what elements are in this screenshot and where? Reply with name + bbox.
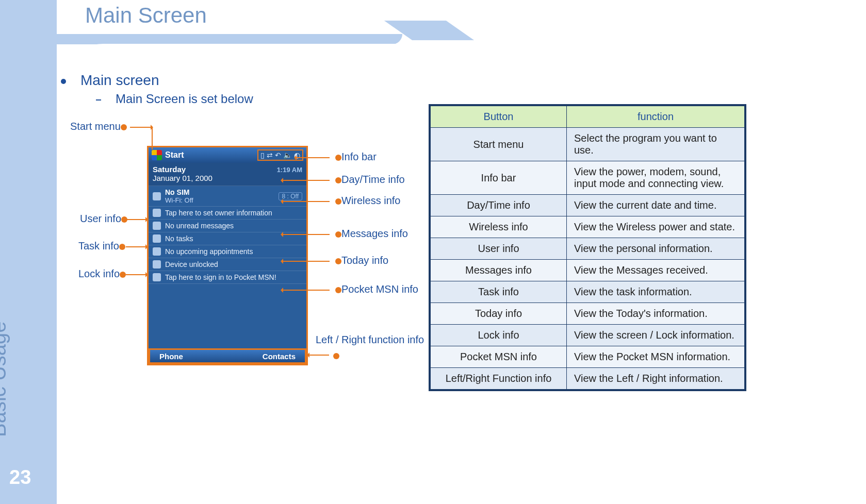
phone-appt: No upcoming appointments — [165, 247, 253, 256]
phone-msn: Tap here to sign in to Pocket MSN! — [165, 273, 276, 281]
cell-function: View the task information. — [567, 281, 745, 303]
phone-day: Saturday — [153, 165, 213, 174]
cell-function: Select the program you want to use. — [567, 128, 745, 161]
conn-msn — [282, 290, 330, 291]
ann-user-info: User info — [80, 213, 133, 225]
table-row: Today infoView the Today's information. — [431, 303, 745, 325]
dot-icon — [120, 272, 126, 278]
phone-wifi: Wi-Fi: Off — [165, 196, 193, 204]
phone-left-soft: Phone — [159, 352, 183, 361]
phone-start-label: Start — [165, 150, 184, 160]
ann-wireless-text: Wireless info — [341, 195, 400, 206]
page-title: Main Screen — [85, 3, 207, 28]
ann-daytime: Day/Time info — [330, 174, 405, 186]
phone-footer: Phone Contacts — [149, 348, 306, 364]
ann-daytime-text: Day/Time info — [341, 174, 405, 185]
title-decor-1 — [57, 34, 402, 44]
calendar-icon — [153, 247, 161, 256]
phone-sim: No SIM — [165, 188, 193, 196]
cell-button: Task info — [431, 281, 567, 303]
ann-start-menu: Start menu — [70, 121, 132, 132]
phone-screenshot: Start ▯ ⇄ ↶ 🔈 ◐ Saturday January 01, 200… — [147, 146, 308, 365]
phone-right-soft: Contacts — [263, 352, 296, 361]
table-row: Lock infoView the screen / Lock informat… — [431, 325, 745, 346]
cell-button: Start menu — [431, 128, 567, 161]
phone-time: 1:19 AM — [277, 166, 302, 174]
phone-messages-row: No unread messages — [149, 220, 306, 232]
table-row: Wireless infoView the Wireless power and… — [431, 216, 745, 238]
phone-lock: Device unlocked — [165, 260, 218, 268]
bullet-dash-icon — [96, 99, 101, 100]
cell-button: Left/Right Function info — [431, 368, 567, 390]
ann-pocketmsn-text: Pocket MSN info — [341, 283, 418, 295]
ann-footer: Left / Right function info — [316, 334, 424, 346]
table-row: Task infoView the task information. — [431, 281, 745, 303]
function-table: Button function Start menuSelect the pro… — [430, 106, 745, 390]
cell-function: View the power, modem, sound, input mode… — [567, 161, 745, 195]
phone-owner: Tap here to set owner information — [165, 209, 272, 217]
back-icon: ↶ — [275, 151, 281, 159]
dot-icon — [335, 258, 341, 264]
bullet-main-screen: Main screen — [61, 72, 159, 89]
ann-start-menu-text: Start menu — [70, 121, 121, 132]
bullet-sub-text: Main Screen is set below — [116, 92, 253, 106]
cell-button: Day/Time info — [431, 195, 567, 216]
phone-date: January 01, 2000 — [153, 174, 213, 182]
cell-button: Today info — [431, 303, 567, 325]
dot-icon — [335, 177, 341, 183]
owner-icon — [153, 209, 161, 217]
cell-function: View the Messages received. — [567, 260, 745, 281]
conn-footer — [308, 355, 329, 356]
dot-icon — [119, 244, 125, 250]
speaker-icon: 🔈 — [283, 151, 292, 159]
table-row: Left/Right Function infoView the Left / … — [431, 368, 745, 390]
ann-today-text: Today info — [341, 255, 388, 266]
ann-task-info-text: Task info — [78, 240, 119, 251]
phone-msn-row: Tap here to sign in to Pocket MSN! — [149, 271, 306, 284]
phone-appt-row: No upcoming appointments — [149, 245, 306, 258]
ann-info-bar: Info bar — [330, 151, 377, 163]
table-row: Day/Time infoView the current date and t… — [431, 195, 745, 216]
cell-button: Wireless info — [431, 216, 567, 238]
cell-function: View the personal information. — [567, 238, 745, 260]
msn-icon — [153, 273, 161, 281]
section-label: Basic Usage — [0, 321, 10, 437]
ann-task-info: Task info — [78, 240, 130, 252]
conn-start-h — [130, 127, 152, 128]
page-number: 23 — [9, 466, 31, 489]
conn-messages — [282, 234, 330, 235]
dot-icon — [335, 287, 341, 293]
cell-function: View the screen / Lock information. — [567, 325, 745, 346]
battery-icon: ▯ — [260, 151, 265, 159]
cell-button: Messages info — [431, 260, 567, 281]
cell-button: User info — [431, 238, 567, 260]
ann-messages-text: Messages info — [341, 228, 408, 239]
conn-lock — [126, 274, 146, 275]
ann-footer-text: Left / Right function info — [316, 334, 424, 345]
ann-pocketmsn: Pocket MSN info — [330, 283, 418, 295]
conn-user — [126, 219, 146, 220]
ann-lock-info-text: Lock info — [78, 268, 120, 279]
conn-infobar — [296, 157, 330, 158]
ann-messages: Messages info — [330, 228, 408, 240]
table-row: Info barView the power, modem, sound, in… — [431, 161, 745, 195]
ann-today: Today info — [330, 255, 388, 266]
ann-user-info-text: User info — [80, 213, 121, 224]
table-row: User infoView the personal information. — [431, 238, 745, 260]
ann-info-bar-text: Info bar — [341, 151, 377, 162]
table-row: Pocket MSN infoView the Pocket MSN infor… — [431, 346, 745, 368]
cell-function: View the Left / Right information. — [567, 368, 745, 390]
bullet-dot-icon — [61, 79, 66, 84]
dot-icon — [335, 155, 341, 161]
phone-msg: No unread messages — [165, 222, 234, 230]
dot-icon — [335, 198, 341, 205]
dot-icon — [335, 231, 341, 238]
cell-button: Lock info — [431, 325, 567, 346]
phone-titlebar: Start ▯ ⇄ ↶ 🔈 ◐ — [149, 147, 306, 163]
th-button: Button — [431, 106, 567, 128]
conn-daytime — [282, 180, 330, 181]
ann-wireless: Wireless info — [330, 195, 400, 207]
phone-task: No tasks — [165, 234, 193, 243]
conn-start-v — [152, 127, 153, 149]
table-row: Start menuSelect the program you want to… — [431, 128, 745, 161]
